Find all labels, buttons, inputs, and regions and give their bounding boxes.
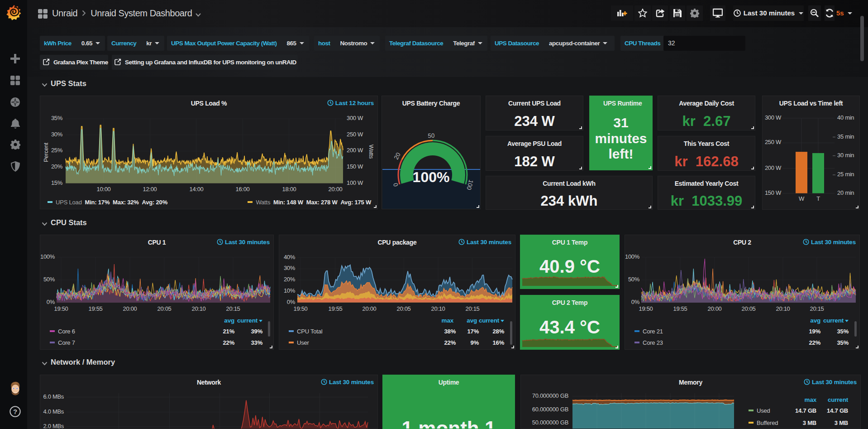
svg-text:50: 50 <box>428 132 435 140</box>
svg-text:20: 20 <box>393 151 402 160</box>
svg-text:?: ? <box>13 408 17 415</box>
